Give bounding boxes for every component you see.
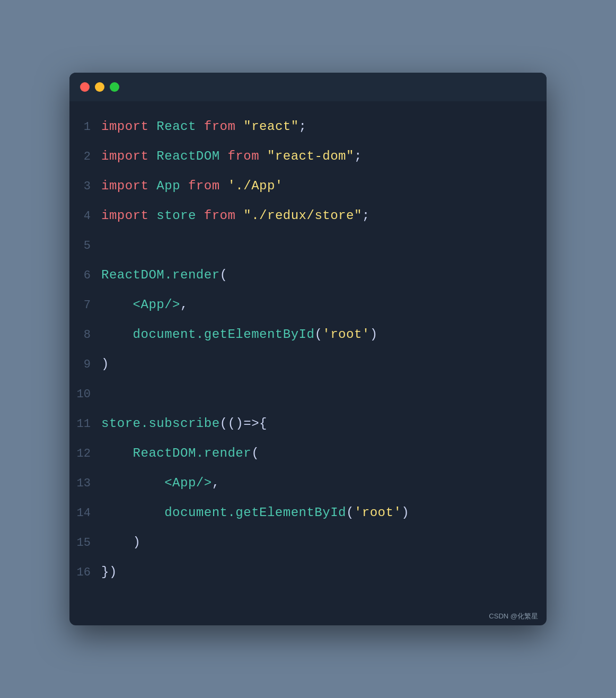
code-text: <App/>, [101,468,220,498]
code-text: ) [101,350,109,379]
line-number: 10 [75,380,101,409]
code-line-4: 4 import store from "./redux/store"; [75,201,541,231]
code-line-5: 5 [75,231,541,260]
code-line-9: 9 ) [75,350,541,379]
line-number: 14 [75,499,101,528]
code-text: }) [101,557,117,587]
code-text [101,379,109,408]
close-button[interactable] [80,82,90,92]
code-line-16: 16 }) [75,557,541,587]
line-number: 7 [75,291,101,320]
titlebar [69,73,547,101]
code-line-8: 8 document.getElementById('root') [75,320,541,350]
code-line-15: 15 ) [75,528,541,557]
code-text: document.getElementById('root') [101,498,409,527]
code-text: import App from './App' [101,171,283,200]
line-number: 12 [75,439,101,468]
line-number: 3 [75,172,101,201]
code-text: store.subscribe(()=>{ [101,409,267,438]
line-number: 1 [75,112,101,142]
code-line-2: 2 import ReactDOM from "react-dom"; [75,142,541,171]
code-text: import ReactDOM from "react-dom"; [101,142,362,171]
line-number: 15 [75,528,101,557]
line-number: 11 [75,409,101,439]
code-text [101,231,109,260]
code-text: ReactDOM.render( [101,260,227,290]
code-text: ) [101,528,141,557]
line-number: 8 [75,320,101,350]
code-line-14: 14 document.getElementById('root') [75,498,541,528]
code-text: import React from "react"; [101,112,307,141]
line-number: 6 [75,261,101,290]
line-number: 5 [75,231,101,260]
maximize-button[interactable] [110,82,119,92]
watermark: CSDN @化繁星 [69,608,547,625]
code-line-3: 3 import App from './App' [75,171,541,201]
code-text: <App/>, [101,290,188,319]
code-line-11: 11 store.subscribe(()=>{ [75,409,541,439]
watermark-text: CSDN @化繁星 [489,612,538,620]
line-number: 16 [75,558,101,587]
code-text: ReactDOM.render( [101,439,259,468]
line-number: 2 [75,142,101,171]
code-editor: 1 import React from "react"; 2 import Re… [69,101,547,608]
code-line-1: 1 import React from "react"; [75,112,541,142]
line-number: 13 [75,469,101,498]
code-line-6: 6 ReactDOM.render( [75,260,541,290]
code-line-7: 7 <App/>, [75,290,541,320]
code-line-12: 12 ReactDOM.render( [75,439,541,468]
line-number: 9 [75,350,101,379]
code-line-13: 13 <App/>, [75,468,541,498]
code-line-10: 10 [75,379,541,409]
line-number: 4 [75,202,101,231]
code-window: 1 import React from "react"; 2 import Re… [69,73,547,625]
minimize-button[interactable] [95,82,104,92]
code-text: import store from "./redux/store"; [101,201,370,230]
code-text: document.getElementById('root') [101,320,378,349]
